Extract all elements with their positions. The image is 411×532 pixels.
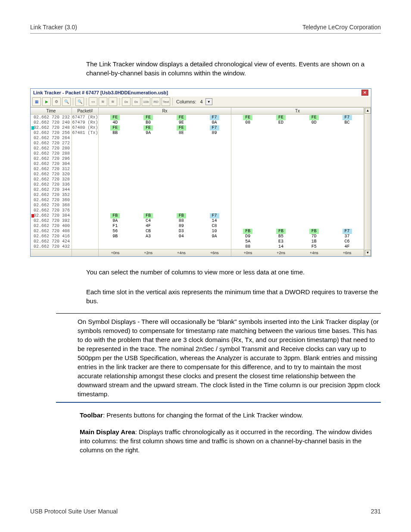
tx-cell <box>298 146 331 151</box>
packet-cell: 67481 (Tx) <box>72 131 98 136</box>
rd-icon[interactable]: RD <box>152 97 160 106</box>
tx-cell <box>265 177 298 182</box>
paragraph-timeslot: Each time slot in the vertical axis repr… <box>86 287 381 305</box>
wave2-icon[interactable]: ≋ <box>109 97 117 106</box>
rx-cell: F7 <box>210 125 219 131</box>
rx-cell: 88 <box>165 218 198 224</box>
columns-label: Columns: <box>176 99 196 104</box>
tx-cell <box>231 131 265 136</box>
offset-cell: +0ns <box>231 250 265 255</box>
tx-cell <box>330 198 364 203</box>
time-cell: 02.662 720 384 <box>31 213 72 218</box>
rx-cell <box>132 193 165 198</box>
zoom-out-icon[interactable]: 🔍 <box>75 97 84 106</box>
hex-b-icon[interactable]: 0x <box>132 97 140 106</box>
time-cell: 02.662 720 432 <box>31 244 72 249</box>
tx-cell <box>330 193 364 198</box>
rx-cell <box>165 162 198 167</box>
time-cell: 02.662 720 328 <box>31 177 72 182</box>
offset-cell: +4ns <box>165 250 198 255</box>
rx-cell <box>99 203 132 208</box>
col-time-header: Time <box>31 108 72 114</box>
col-packet-header: Packet# <box>72 108 99 114</box>
tx-cell <box>330 141 364 146</box>
rx-cell <box>99 151 132 156</box>
rx-cell <box>99 182 132 187</box>
time-cell: 02.662 720 304 <box>31 162 72 167</box>
tx-cell: 5A <box>231 239 265 244</box>
time-cell: 02.662 720 296 <box>31 156 72 162</box>
rx-cell <box>165 187 198 193</box>
play-icon[interactable]: ▶ <box>42 97 51 106</box>
text-icon[interactable]: Text <box>162 97 170 106</box>
rx-cell <box>165 182 198 187</box>
tx-cell <box>265 136 298 141</box>
rx-cell: 9A <box>99 218 132 224</box>
main-def-label: Main Display Area <box>80 428 135 436</box>
link-tracker-window: Link Tracker - Packet # 67477 [Usb3.0HDD… <box>30 88 371 257</box>
tx-cell <box>265 131 298 136</box>
time-cell: 02.662 720 368 <box>31 203 72 208</box>
rx-cell <box>165 167 198 172</box>
tx-cell: 14 <box>265 244 298 249</box>
hex-a-icon[interactable]: 0x <box>122 97 131 106</box>
packet-cell: 67480 (Rx) <box>72 125 98 131</box>
tx-cell <box>265 203 298 208</box>
rx-cell <box>198 162 231 167</box>
tx-cell <box>330 172 364 177</box>
tx-cell <box>265 125 298 131</box>
toolbar-separator <box>73 98 73 106</box>
intro-paragraph: The Link Tracker window displays a detai… <box>86 59 381 78</box>
packet-cell: 67477 (Rx) <box>72 115 98 120</box>
rx-cell <box>99 208 132 213</box>
footer-left: USB Protocol Suite User Manual <box>30 508 118 515</box>
rx-cell <box>165 239 198 244</box>
tx-cell <box>330 167 364 172</box>
tx-cell <box>298 131 331 136</box>
grid-header-row: Time Packet# Rx Tx <box>31 107 364 115</box>
tx-cell: FE <box>309 115 319 120</box>
rx-cell: FB <box>143 213 153 218</box>
tx-cell <box>330 146 364 151</box>
tune-icon[interactable]: ⚙ <box>52 97 61 106</box>
rx-cell: 9B <box>99 234 132 239</box>
columns-dropdown[interactable]: ▼ <box>206 98 212 105</box>
tx-cell <box>231 198 265 203</box>
tx-cell <box>298 213 331 218</box>
rx-cell: 10 <box>198 229 231 234</box>
rx-cell: 9A <box>198 234 231 239</box>
rx-cell: F1 <box>99 224 132 229</box>
rx-cell <box>132 187 165 193</box>
grid-offsets-row: +0ns +2ns +4ns +6ns +0ns +2ns +4ns +6ns <box>31 249 364 256</box>
tx-cell <box>265 193 298 198</box>
10b-icon[interactable]: 10b <box>142 97 150 106</box>
page-icon[interactable]: ▭ <box>89 97 97 106</box>
tx-cell: ED <box>265 120 298 125</box>
tx-cell <box>231 141 265 146</box>
rx-cell <box>198 156 231 162</box>
rx-cell <box>132 172 165 177</box>
rx-cell <box>165 141 198 146</box>
zoom-in-icon[interactable]: 🔍 <box>62 97 71 106</box>
close-icon[interactable]: ✕ <box>361 90 368 96</box>
rx-cell <box>165 208 198 213</box>
scroll-up-icon[interactable]: ▲ <box>365 108 371 114</box>
symbol-displays-note: On Symbol Displays - There will occasion… <box>56 313 381 403</box>
time-cell: 02.662 720 264 <box>31 136 72 141</box>
wave1-icon[interactable]: ≋ <box>99 97 107 106</box>
vertical-scrollbar[interactable]: ▲ ▼ <box>364 107 371 256</box>
time-cell: 02.662 720 352 <box>31 193 72 198</box>
rx-cell <box>99 172 132 177</box>
grid-data-area[interactable]: 02.662 720 23202.662 720 24002.662 720 2… <box>31 115 364 249</box>
scroll-down-icon[interactable]: ▼ <box>365 250 371 256</box>
rx-cell <box>99 146 132 151</box>
grid-icon[interactable]: ▦ <box>32 97 41 106</box>
tx-cell <box>231 156 265 162</box>
rx-cell <box>165 136 198 141</box>
rx-cell: 9A <box>132 131 165 136</box>
tx-cell: F7 <box>342 115 352 120</box>
tx-cell: B5 <box>265 234 298 239</box>
tx-cell <box>330 131 364 136</box>
toolbar-separator <box>172 98 173 106</box>
tx-cell: 08 <box>231 120 265 125</box>
